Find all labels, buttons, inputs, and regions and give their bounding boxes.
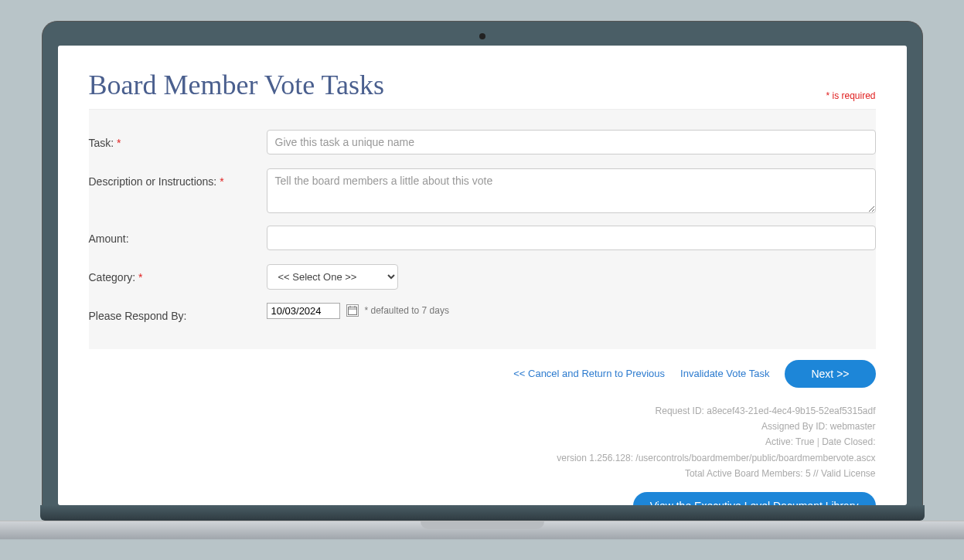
- respond-by-input[interactable]: [267, 303, 340, 319]
- category-label: Category: *: [89, 264, 267, 290]
- task-label: Task: *: [89, 130, 267, 156]
- respond-by-hint: * defaulted to 7 days: [365, 305, 449, 316]
- asterisk-icon: *: [138, 271, 142, 283]
- page-title: Board Member Vote Tasks: [89, 69, 384, 101]
- request-id-value: a8ecef43-21ed-4ec4-9b15-52eaf5315adf: [707, 406, 875, 416]
- required-note: * is required: [826, 90, 875, 101]
- next-button[interactable]: Next >>: [785, 360, 875, 388]
- description-label: Description or Instructions: *: [89, 168, 267, 195]
- active-value: True: [795, 436, 814, 447]
- amount-input[interactable]: [267, 226, 876, 250]
- assigned-by-value: webmaster: [830, 421, 876, 432]
- amount-label: Amount:: [89, 226, 267, 252]
- asterisk-icon: *: [117, 137, 121, 149]
- calendar-icon[interactable]: [346, 304, 359, 317]
- assigned-by-label: Assigned By ID:: [761, 421, 827, 432]
- version-line: version 1.256.128: /usercontrols/boardme…: [89, 450, 876, 466]
- date-closed-label: Date Closed:: [822, 436, 875, 447]
- svg-rect-0: [348, 307, 356, 315]
- task-input[interactable]: [267, 130, 876, 154]
- invalidate-link[interactable]: Invalidate Vote Task: [680, 368, 769, 379]
- cancel-link[interactable]: << Cancel and Return to Previous: [513, 368, 665, 379]
- category-select[interactable]: << Select One >>: [267, 264, 398, 290]
- active-label: Active:: [765, 436, 793, 447]
- vote-task-form: Task: * Description or Instructions: *: [89, 109, 876, 349]
- total-members-line: Total Active Board Members: 5 // Valid L…: [89, 466, 876, 481]
- document-library-button[interactable]: View the Executive Level Document Librar…: [633, 492, 876, 504]
- respond-by-label: Please Respond By:: [89, 303, 267, 329]
- meta-block: Request ID: a8ecef43-21ed-4ec4-9b15-52ea…: [89, 403, 876, 505]
- asterisk-icon: *: [220, 175, 223, 188]
- request-id-label: Request ID:: [656, 406, 704, 416]
- description-input[interactable]: [267, 168, 876, 213]
- actions-row: << Cancel and Return to Previous Invalid…: [89, 349, 876, 395]
